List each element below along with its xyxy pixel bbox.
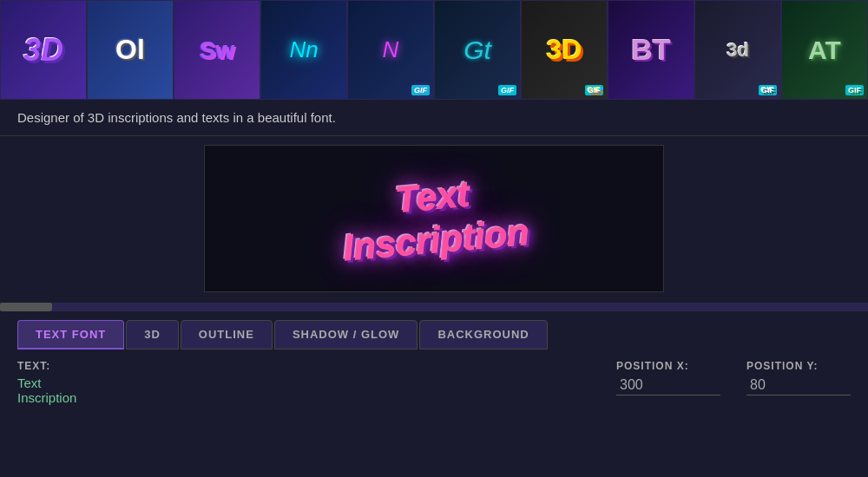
tab-background-label: BACKGROUND: [437, 328, 529, 341]
tab-shadow-glow[interactable]: SHADOW / GLOW: [274, 320, 418, 350]
position-x-group: POSITION X:: [616, 360, 720, 395]
text-control-label: TEXT:: [17, 360, 76, 372]
tab-shadow-glow-label: SHADOW / GLOW: [293, 328, 400, 341]
banner-item-sw[interactable]: Sw: [174, 0, 260, 100]
banner-label: BT: [631, 33, 670, 67]
position-y-label: POSITION Y:: [746, 360, 851, 372]
banner-item-n2[interactable]: N GIF: [347, 0, 434, 100]
banner-item-3d2[interactable]: 3D GIF: [521, 0, 608, 100]
banner-label: Ol: [115, 34, 145, 66]
preview-canvas[interactable]: Text Inscription: [204, 145, 664, 292]
tab-outline-label: OUTLINE: [199, 328, 254, 341]
banner-item-3d[interactable]: 3D: [0, 0, 87, 100]
canvas-wrapper: Text Inscription: [0, 136, 868, 301]
banner-item-at[interactable]: AT GIF: [781, 0, 868, 100]
tab-text-font[interactable]: TEXT FONT: [17, 320, 124, 350]
banner-label: Nn: [289, 36, 318, 63]
banner-label: Gt: [464, 36, 491, 65]
text-value-line1: Text: [17, 376, 76, 390]
banner-label: AT: [808, 36, 841, 65]
text-preview: Text Inscription: [338, 167, 531, 270]
text-control-group: TEXT: Text Inscription: [17, 360, 76, 405]
tab-bar: TEXT FONT 3D OUTLINE SHADOW / GLOW BACKG…: [0, 313, 868, 350]
gif-badge: GIF: [498, 85, 516, 95]
position-x-label: POSITION X:: [616, 360, 720, 372]
position-y-input[interactable]: [746, 376, 851, 395]
text-value-line2: Inscription: [17, 390, 76, 405]
scrollbar-thumb[interactable]: [0, 303, 52, 311]
horizontal-scrollbar[interactable]: [0, 303, 868, 311]
banner-item-bt[interactable]: BT: [608, 0, 694, 100]
controls-panel: TEXT: Text Inscription POSITION X: POSIT…: [0, 350, 868, 415]
tab-background[interactable]: BACKGROUND: [419, 320, 547, 350]
description-text: Designer of 3D inscriptions and texts in…: [17, 110, 336, 125]
tab-3d-label: 3D: [144, 328, 161, 341]
banner-label: Sw: [200, 36, 234, 64]
position-x-input[interactable]: [616, 376, 720, 395]
banner-label: 3D: [23, 32, 63, 69]
gif-badge: GIF: [411, 85, 430, 95]
banner-item-gt[interactable]: Gt GIF: [434, 0, 521, 100]
tab-outline[interactable]: OUTLINE: [181, 320, 273, 350]
banner-item-3d3[interactable]: 3d GIF: [694, 0, 781, 100]
gif-badge: GIF: [585, 85, 603, 95]
position-y-group: POSITION Y:: [746, 360, 851, 395]
banner-label: 3D: [547, 34, 582, 66]
tab-text-font-label: TEXT FONT: [36, 328, 106, 341]
banner-label: N: [383, 36, 399, 63]
banner-label: 3d: [727, 39, 749, 62]
banner-item-ol[interactable]: Ol: [87, 0, 174, 100]
text-control-value: Text Inscription: [17, 376, 76, 405]
app-description: Designer of 3D inscriptions and texts in…: [0, 100, 868, 136]
banner-item-nn[interactable]: Nn: [260, 0, 347, 100]
tab-3d[interactable]: 3D: [126, 320, 179, 350]
style-banner: 3D Ol Sw Nn N GIF Gt GIF 3D GIF BT 3d GI…: [0, 0, 868, 100]
gif-badge: GIF: [759, 85, 777, 95]
gif-badge: GIF: [845, 85, 864, 95]
